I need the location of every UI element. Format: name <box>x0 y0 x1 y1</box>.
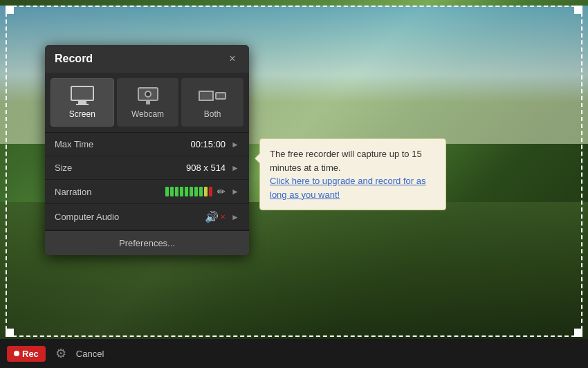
size-row[interactable]: Size 908 x 514 ► <box>45 156 249 180</box>
computer-audio-label: Computer Audio <box>55 212 124 222</box>
bar-3 <box>175 187 178 196</box>
bar-5 <box>185 187 188 196</box>
tooltip: The free recorder will capture up to 15 … <box>259 138 446 210</box>
tooltip-link[interactable]: Click here to upgrade and record for as … <box>270 176 425 200</box>
preferences-label: Preferences... <box>119 238 175 248</box>
mute-icon: ✕ <box>220 213 226 221</box>
bar-2 <box>170 187 174 196</box>
screen-icon <box>68 86 96 105</box>
computer-audio-value: 🔊 ✕ <box>124 210 226 223</box>
max-time-label: Max Time <box>55 139 124 149</box>
rec-button[interactable]: Rec <box>7 346 46 362</box>
settings-button[interactable]: ⚙ <box>51 344 71 363</box>
mode-both-button[interactable]: Both <box>181 78 244 127</box>
size-value: 908 x 514 <box>124 163 226 173</box>
both-label: Both <box>204 109 221 119</box>
cancel-button[interactable]: Cancel <box>76 349 104 359</box>
bar-6 <box>190 187 193 196</box>
both-icon <box>199 86 226 105</box>
bar-1 <box>165 187 169 196</box>
narration-value: ✏ <box>124 186 226 197</box>
preferences-button[interactable]: Preferences... <box>45 230 249 255</box>
speaker-icon: 🔊 <box>205 210 219 223</box>
settings-section: Max Time 00:15:00 ► Size 908 x 514 ► Nar… <box>45 133 249 230</box>
pencil-icon: ✏ <box>217 186 226 197</box>
max-time-row[interactable]: Max Time 00:15:00 ► <box>45 133 249 156</box>
bottom-toolbar: Rec ⚙ Cancel <box>0 339 588 368</box>
bar-4 <box>180 187 183 196</box>
mode-screen-button[interactable]: Screen <box>50 78 114 127</box>
mode-selection: Screen Webcam Both <box>45 73 249 133</box>
screen-label: Screen <box>69 109 95 119</box>
webcam-icon <box>134 86 162 105</box>
dialog-header: Record × <box>45 45 249 73</box>
max-time-chevron: ► <box>231 140 239 149</box>
computer-audio-row[interactable]: Computer Audio 🔊 ✕ ► <box>45 204 249 230</box>
tooltip-text: The free recorder will capture up to 15 … <box>270 149 422 173</box>
rec-dot <box>14 351 19 356</box>
audio-chevron: ► <box>231 212 239 222</box>
rec-label: Rec <box>22 349 39 359</box>
webcam-label: Webcam <box>131 109 164 119</box>
narration-row[interactable]: Narration ✏ ► <box>45 180 249 204</box>
dialog-title: Record <box>55 53 93 65</box>
bar-7 <box>194 187 198 196</box>
max-time-value: 00:15:00 <box>124 139 226 149</box>
narration-bar <box>165 187 212 196</box>
narration-label: Narration <box>55 187 124 197</box>
mode-webcam-button[interactable]: Webcam <box>117 78 179 127</box>
bar-8 <box>199 187 203 196</box>
size-label: Size <box>55 163 124 173</box>
record-dialog: Record × Screen <box>45 45 249 255</box>
bar-9 <box>204 187 208 196</box>
narration-chevron: ► <box>231 187 239 196</box>
bar-10 <box>209 187 212 196</box>
size-chevron: ► <box>231 163 239 173</box>
close-button[interactable]: × <box>226 52 239 66</box>
